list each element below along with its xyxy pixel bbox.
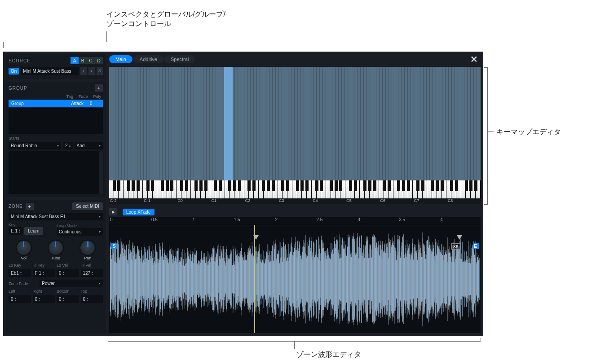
white-key[interactable]	[287, 180, 292, 198]
white-key[interactable]	[128, 180, 133, 198]
source-solo-button[interactable]: S	[97, 67, 103, 75]
group-row[interactable]: Group Attack 0 -	[9, 100, 103, 107]
loop-end-handle[interactable]	[457, 235, 462, 240]
white-key[interactable]	[177, 180, 181, 198]
close-button[interactable]: ✕	[470, 54, 478, 65]
fade-right-field[interactable]: 0▴▾	[33, 295, 55, 303]
white-key[interactable]	[109, 180, 114, 198]
white-key[interactable]	[317, 180, 322, 198]
white-key[interactable]	[148, 180, 153, 198]
zone-map-area[interactable]	[109, 67, 481, 180]
source-preset-name[interactable]: Mini M Attack Sust Bass	[21, 67, 79, 75]
key-value-field[interactable]: E 1▴▾	[9, 227, 22, 235]
white-key[interactable]	[186, 180, 191, 198]
white-key[interactable]	[259, 180, 264, 198]
white-key[interactable]	[384, 180, 389, 198]
white-key[interactable]	[456, 180, 461, 198]
white-key[interactable]	[350, 180, 355, 198]
white-key[interactable]	[167, 180, 172, 198]
white-key[interactable]	[283, 180, 287, 198]
learn-button[interactable]: Learn	[24, 227, 43, 235]
fade-left-field[interactable]: 0▴▾	[9, 295, 31, 303]
loop-xfade-button[interactable]: Loop XFade	[123, 209, 155, 215]
white-key[interactable]	[244, 180, 249, 198]
white-key[interactable]	[268, 180, 273, 198]
white-key[interactable]	[355, 180, 360, 198]
pan-knob[interactable]	[79, 240, 96, 256]
white-key[interactable]	[446, 180, 451, 198]
starts-scrollbar[interactable]	[99, 151, 103, 194]
white-key[interactable]	[230, 180, 234, 198]
white-key[interactable]	[292, 180, 297, 198]
white-key[interactable]	[345, 180, 350, 198]
tab-main[interactable]: Main	[109, 55, 132, 63]
select-midi-button[interactable]: Select MIDI	[72, 202, 103, 210]
white-key[interactable]	[360, 180, 365, 198]
start-mode-select[interactable]: Round Robin▾	[9, 142, 61, 149]
white-key[interactable]	[162, 180, 167, 198]
source-tab-d[interactable]: D	[95, 57, 103, 64]
white-key[interactable]	[389, 180, 394, 198]
white-key[interactable]	[172, 180, 177, 198]
white-key[interactable]	[210, 180, 215, 198]
white-key[interactable]	[403, 180, 408, 198]
white-key[interactable]	[393, 180, 398, 198]
time-ruler[interactable]: 00.511.522.533.54	[109, 217, 481, 225]
loop-mode-select[interactable]: Continuous▾	[57, 228, 103, 236]
white-key[interactable]	[423, 180, 428, 198]
white-key[interactable]	[476, 180, 481, 198]
white-key[interactable]	[191, 180, 196, 198]
white-key[interactable]	[442, 180, 447, 198]
white-key[interactable]	[234, 180, 239, 198]
white-key[interactable]	[124, 180, 128, 198]
add-zone-button[interactable]: +	[26, 203, 34, 210]
start-count-field[interactable]: 2▴▾	[63, 142, 73, 149]
white-key[interactable]	[418, 180, 423, 198]
white-key[interactable]	[471, 180, 476, 198]
white-key[interactable]	[206, 180, 211, 198]
white-key[interactable]	[365, 180, 370, 198]
white-key[interactable]	[370, 180, 375, 198]
white-key[interactable]	[451, 180, 456, 198]
lokey-field[interactable]: Eb1▴▾	[9, 269, 31, 277]
keymap-editor[interactable]: C-2C-1C0C1C2C3C4C5C6C7C8	[109, 67, 481, 204]
white-key[interactable]	[336, 180, 341, 198]
white-key[interactable]	[181, 180, 186, 198]
white-key[interactable]	[133, 180, 138, 198]
white-key[interactable]	[273, 180, 278, 198]
white-key[interactable]	[297, 180, 302, 198]
white-key[interactable]	[427, 180, 432, 198]
white-key[interactable]	[340, 180, 345, 198]
zone-sample-select[interactable]: Mini M Attack Sust Bass E1▾	[9, 213, 103, 220]
white-key[interactable]	[461, 180, 466, 198]
source-on-toggle[interactable]: On	[9, 68, 19, 75]
loop-start-marker[interactable]	[254, 225, 255, 333]
white-key[interactable]	[312, 180, 317, 198]
source-tab-b[interactable]: B	[79, 57, 87, 64]
white-key[interactable]	[153, 180, 158, 198]
white-key[interactable]	[432, 180, 437, 198]
start-marker[interactable]: S	[111, 243, 118, 249]
white-key[interactable]	[264, 180, 269, 198]
preset-next-button[interactable]: ›	[88, 67, 95, 75]
tune-knob[interactable]	[48, 240, 64, 256]
preset-prev-button[interactable]: ‹	[80, 67, 87, 75]
selected-zone[interactable]	[224, 67, 232, 180]
white-key[interactable]	[201, 180, 206, 198]
tab-additive[interactable]: Additive	[133, 55, 163, 63]
white-key[interactable]	[143, 180, 148, 198]
add-group-button[interactable]: +	[95, 84, 103, 92]
white-key[interactable]	[321, 180, 326, 198]
white-key[interactable]	[239, 180, 244, 198]
white-key[interactable]	[466, 180, 471, 198]
white-key[interactable]	[114, 180, 119, 198]
white-key[interactable]	[254, 180, 259, 198]
tab-spectral[interactable]: Spectral	[164, 55, 195, 63]
lovel-field[interactable]: 0▴▾	[57, 269, 79, 277]
white-key[interactable]	[278, 180, 283, 198]
white-key[interactable]	[398, 180, 403, 198]
white-key[interactable]	[157, 180, 162, 198]
white-key[interactable]	[331, 180, 336, 198]
start-logic-select[interactable]: And▾	[75, 142, 103, 149]
white-key[interactable]	[215, 180, 220, 198]
